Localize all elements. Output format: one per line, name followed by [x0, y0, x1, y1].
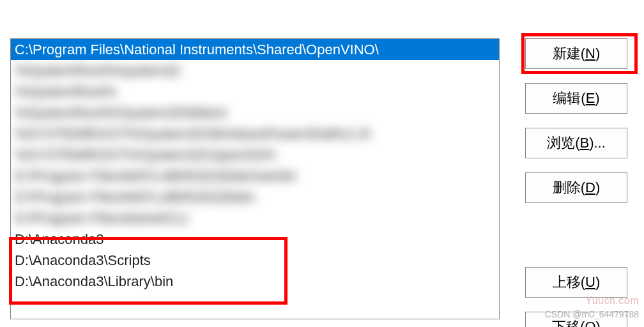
list-item[interactable]: %SystemRoot%\System32\Wbem: [11, 102, 499, 123]
edit-button[interactable]: 编辑(E): [525, 83, 627, 114]
watermark-site: Yuucn.com: [585, 295, 639, 307]
list-item[interactable]: D:\Program Files\MATLAB\R2022b\bin\win64: [11, 165, 499, 186]
moveup-tail: ): [595, 274, 600, 291]
delete-button[interactable]: 删除(D): [525, 172, 627, 203]
new-button[interactable]: 新建(N): [525, 38, 627, 69]
list-item[interactable]: %SYSTEMROOT%\System32\OpenSSH\: [11, 144, 499, 165]
moveup-button[interactable]: 上移(U): [525, 267, 627, 298]
list-item[interactable]: D:\Anaconda3: [11, 229, 499, 250]
browse-tail: )...: [589, 135, 606, 151]
new-mnemonic: N: [585, 45, 595, 62]
edit-button-label: 编辑(: [553, 89, 585, 108]
delete-tail: ): [595, 179, 600, 196]
list-item[interactable]: D:\Anaconda3\Library\bin: [11, 271, 499, 292]
watermark-author: CSDN @m0_64479788: [545, 309, 639, 319]
delete-mnemonic: D: [585, 179, 595, 196]
edit-tail: ): [595, 90, 599, 107]
new-button-label: 新建(: [553, 44, 585, 63]
list-item[interactable]: %SYSTEMROOT%\System32\WindowsPowerShell\…: [11, 123, 499, 144]
list-item[interactable]: D:\Program Files\dotnet\CLI: [11, 208, 499, 229]
list-item[interactable]: %SystemRoot%: [11, 81, 499, 102]
list-item[interactable]: D:\Program Files\MATLAB\R2022b\bin: [11, 186, 499, 208]
browse-button[interactable]: 浏览(B)...: [525, 128, 627, 158]
edit-mnemonic: E: [586, 90, 595, 107]
list-item[interactable]: %SystemRoot%\system32: [11, 60, 499, 81]
movedown-tail: ): [596, 319, 601, 327]
browse-button-label: 浏览(: [547, 133, 579, 153]
list-item[interactable]: C:\Program Files\National Instruments\Sh…: [11, 39, 499, 60]
browse-mnemonic: B: [579, 135, 589, 151]
moveup-button-label: 上移(: [553, 273, 585, 292]
list-item[interactable]: D:\Anaconda3\Scripts: [11, 250, 499, 271]
button-column: 新建(N) 编辑(E) 浏览(B)... 删除(D) 上移(U) 下移(O): [525, 38, 627, 327]
new-tail: ): [595, 45, 600, 62]
delete-button-label: 删除(: [553, 178, 585, 197]
moveup-mnemonic: U: [585, 274, 595, 291]
movedown-mnemonic: O: [585, 319, 595, 327]
button-spacer: [525, 217, 627, 253]
path-listbox[interactable]: C:\Program Files\National Instruments\Sh…: [10, 38, 500, 319]
